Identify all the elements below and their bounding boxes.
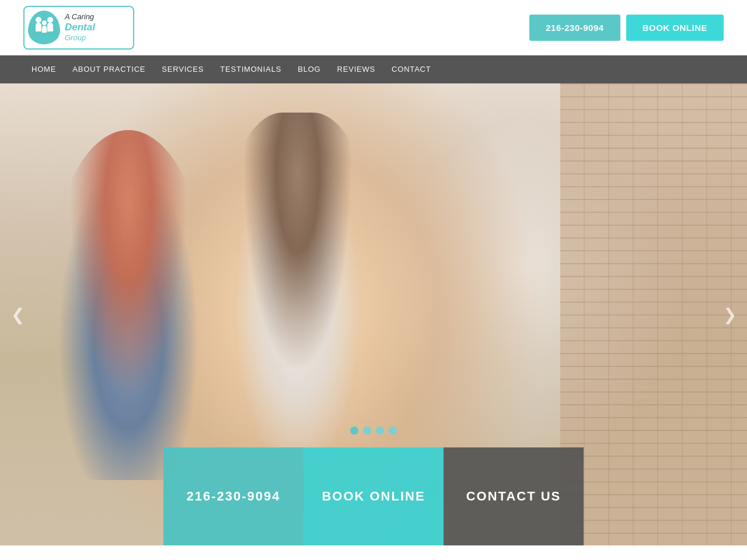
hero-section: ❮ ❯ 216-230-9094 BOOK ONLINE CONTACT US (0, 83, 747, 545)
slider-dot-1[interactable] (350, 426, 358, 435)
left-arrow-icon: ❮ (11, 305, 25, 324)
svg-point-0 (36, 17, 41, 23)
footer-section: A Caring Dental Group (0, 545, 747, 560)
nav-contact[interactable]: CONTACT (383, 55, 439, 83)
right-arrow-icon: ❯ (723, 305, 736, 324)
nav-about[interactable]: ABOUT PRACTICE (64, 55, 153, 83)
cta-contact-box[interactable]: CONTACT US (444, 447, 584, 545)
header-buttons: 216-230-9094 BOOK ONLINE (529, 15, 724, 41)
logo-line3: Group (65, 33, 95, 43)
slider-dot-3[interactable] (376, 426, 384, 435)
nav-reviews[interactable]: REVIEWS (329, 55, 384, 83)
cta-book-box[interactable]: BOOK ONLINE (303, 447, 444, 545)
nav-testimonials[interactable]: TESTIMONIALS (212, 55, 289, 83)
slider-dots (350, 426, 397, 435)
hero-person-man (222, 113, 374, 451)
hero-brick-wall (560, 83, 747, 545)
svg-point-1 (47, 17, 53, 23)
slider-prev-button[interactable]: ❮ (9, 306, 26, 323)
phone-button[interactable]: 216-230-9094 (529, 15, 620, 41)
slider-next-button[interactable]: ❯ (721, 306, 738, 323)
main-nav: HOME ABOUT PRACTICE SERVICES TESTIMONIAL… (0, 55, 747, 83)
cta-phone-label: 216-230-9094 (186, 489, 280, 504)
slider-dot-4[interactable] (389, 426, 397, 435)
nav-home[interactable]: HOME (23, 55, 64, 83)
logo-line2: Dental (65, 22, 95, 33)
cta-book-label: BOOK ONLINE (322, 489, 425, 504)
cta-phone-box[interactable]: 216-230-9094 (163, 447, 303, 545)
logo-text: A Caring Dental Group (65, 12, 95, 43)
logo-icon (28, 10, 60, 44)
nav-services[interactable]: SERVICES (153, 55, 212, 83)
logo[interactable]: A Caring Dental Group (23, 6, 134, 50)
slider-dot-2[interactable] (363, 426, 371, 435)
book-online-button[interactable]: BOOK ONLINE (626, 15, 724, 41)
cta-contact-label: CONTACT US (466, 489, 561, 504)
hero-person-woman (47, 130, 210, 480)
cta-boxes: 216-230-9094 BOOK ONLINE CONTACT US (163, 447, 584, 545)
svg-point-2 (42, 20, 47, 25)
logo-line1: A Caring (65, 12, 95, 22)
nav-blog[interactable]: BLOG (289, 55, 329, 83)
site-header: A Caring Dental Group 216-230-9094 BOOK … (0, 0, 747, 55)
logo-container[interactable]: A Caring Dental Group (23, 6, 134, 50)
